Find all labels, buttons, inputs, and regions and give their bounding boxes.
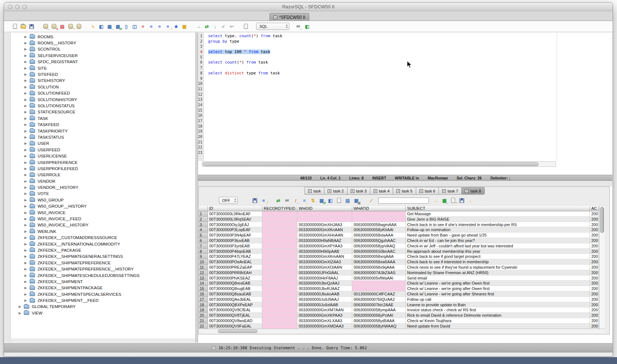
describe-results-icon[interactable]: ◧: [327, 197, 334, 204]
result-tab-task-6[interactable]: ×task 6: [416, 187, 439, 195]
disclosure-triangle-icon[interactable]: ▶: [24, 47, 27, 51]
editor-hscroll-thumb[interactable]: [203, 162, 539, 166]
insert-row-icon[interactable]: ≡→: [301, 197, 308, 204]
list-icon[interactable]: ≡: [139, 23, 147, 30]
reference-book-icon[interactable]: ◫: [131, 23, 138, 30]
tree-item-rooms[interactable]: ▶ROOMS: [11, 34, 195, 40]
column-header-ac[interactable]: AC: [590, 206, 599, 211]
tree-item-solutionhistory[interactable]: ▶SOLUTIONHISTORY: [11, 96, 195, 103]
tree-item-zkfedex__internationalcommodity[interactable]: ▶ZKFEDEX__INTERNATIONALCOMMODITY: [11, 241, 195, 247]
disclosure-triangle-icon[interactable]: ▶: [24, 211, 27, 214]
new-db-icon[interactable]: +: [67, 23, 74, 30]
disclosure-triangle-icon[interactable]: ▶: [24, 110, 27, 114]
tree-item-zkfedex__shipmategeneralsettings[interactable]: ▶ZKFEDEX__SHIPMATEGENERALSETTINGS: [11, 254, 195, 260]
disclosure-triangle-icon[interactable]: ▶: [24, 135, 27, 139]
tree-item-w50_group__history[interactable]: ▶W50_GROUP__HISTORY: [11, 203, 195, 209]
tree-item-zkfedex__shipment[interactable]: ▶ZKFEDEX__SHIPMENT: [11, 278, 195, 285]
tree-item-task[interactable]: ▶TASK: [11, 115, 195, 121]
tree-item-rooms__history[interactable]: ▶ROOMS__HISTORY: [11, 40, 195, 46]
close-result-tab-icon[interactable]: ×: [308, 189, 312, 193]
column-header-id[interactable]: ID: [208, 206, 262, 211]
commit-icon[interactable]: ✓: [220, 23, 227, 30]
disclosure-triangle-icon[interactable]: ▶: [24, 73, 27, 76]
table-row[interactable]: 200T3000000L0RqSEAVGive Jenn a BIG RAISE…: [199, 217, 605, 222]
disclosure-triangle-icon[interactable]: ▶: [24, 41, 27, 45]
table-row[interactable]: 1700T3000000QAeJbEAL0033000000Ju9J9AAJ00…: [199, 297, 605, 302]
tree-item-view[interactable]: ▶VIEW: [11, 310, 195, 316]
disclosure-triangle-icon[interactable]: ▶: [24, 204, 27, 208]
copy-results-icon[interactable]: ▤: [344, 197, 351, 204]
tree-item-w50_invoice__feed[interactable]: ▶W50_INVOICE__FEED: [11, 216, 195, 222]
tree-item-solutionstatus[interactable]: ▶SOLUTIONSTATUS: [11, 103, 195, 109]
column-header-recordtypeid[interactable]: RECORDTYPEID: [262, 206, 297, 211]
tree-item-w50_group[interactable]: ▶W50_GROUP: [11, 197, 195, 203]
tree-item-userpreference[interactable]: ▶USERPREFERENCE: [11, 159, 195, 165]
refresh-table-icon[interactable]: ▦⇄: [114, 23, 122, 30]
tree-item-vote[interactable]: ▶VOTE: [11, 191, 195, 197]
rollback-icon[interactable]: ↩: [228, 23, 236, 30]
tree-item-userlicense[interactable]: ▶USERLICENSE: [11, 153, 195, 159]
disclosure-triangle-icon[interactable]: ▶: [24, 299, 27, 302]
disclosure-triangle-icon[interactable]: ▶: [24, 286, 27, 290]
table-row[interactable]: 1600T3000000Q8sauEAB0033000000JbukoAAB00…: [199, 291, 605, 297]
disclosure-triangle-icon[interactable]: ▶: [24, 66, 27, 70]
notes-icon[interactable]: [242, 23, 250, 30]
disclosure-triangle-icon[interactable]: ▶: [24, 98, 27, 101]
column-header-whatid[interactable]: WHATID: [352, 206, 406, 211]
disclosure-triangle-icon[interactable]: ▶: [24, 167, 27, 170]
table-row[interactable]: 1500T3000000Q8rugEAB0033000000JbvRJAAZCh…: [199, 286, 605, 291]
disconnect-db-icon[interactable]: ×: [50, 23, 58, 30]
connect-db-icon[interactable]: →: [42, 23, 49, 30]
table-gold-icon[interactable]: ▦: [181, 23, 188, 30]
statement-type-select[interactable]: SQL ▲▼: [256, 23, 289, 30]
preview-66-icon[interactable]: 66→: [294, 23, 302, 30]
table-row[interactable]: 1200T3000000PRR8rEAH0033000000JFhGlAAL00…: [199, 270, 605, 276]
results-search-input[interactable]: [378, 198, 429, 204]
tree-item-weblink[interactable]: ▶WEBLINK: [11, 228, 195, 234]
result-tab-task-2[interactable]: ×task 2: [324, 187, 347, 195]
open-file-icon[interactable]: [20, 23, 27, 30]
disclosure-triangle-icon[interactable]: ▶: [24, 35, 27, 39]
disclosure-triangle-icon[interactable]: ▶: [24, 255, 27, 258]
tree-item-userrole[interactable]: ▶USERROLE: [11, 172, 195, 178]
disclosure-triangle-icon[interactable]: ▶: [24, 117, 27, 120]
tree-item-sitehistory[interactable]: ▶SITEHISTORY: [11, 78, 195, 84]
close-result-tab-icon[interactable]: ×: [442, 189, 446, 193]
result-tab-task-5[interactable]: ×task 5: [393, 187, 416, 195]
disclosure-triangle-icon[interactable]: ▶: [24, 85, 27, 89]
tree-item-sitefeed[interactable]: ▶SITEFEED: [11, 71, 195, 77]
tree-item-site[interactable]: ▶SITE: [11, 65, 195, 71]
result-tab-task[interactable]: ×task: [305, 187, 324, 195]
column-header-whoid[interactable]: WHOID: [297, 206, 352, 211]
export-list-icon[interactable]: ≡↓: [147, 23, 155, 30]
tree-item-global temporary[interactable]: ▶GLOBAL TEMPORARY: [11, 304, 195, 310]
tree-item-taskstatus[interactable]: ▶TASKSTATUS: [11, 134, 195, 140]
tree-item-solution[interactable]: ▶SOLUTION: [11, 84, 195, 90]
disclosure-triangle-icon[interactable]: ▶: [24, 91, 27, 95]
tree-item-zkfedex__shipmentpackage[interactable]: ▶ZKFEDEX__SHIPMENTPACKAGE: [11, 285, 195, 291]
tree-item-userfeed[interactable]: ▶USERFEED: [11, 147, 195, 153]
disclosure-triangle-icon[interactable]: ▶: [24, 54, 27, 57]
table-row[interactable]: 1300T3000000PfvKSEAZ0033000000HirF8AAJ00…: [199, 276, 605, 281]
tree-item-zkfedex__shipmatepreference[interactable]: ▶ZKFEDEX__SHIPMATEPREFERENCE: [11, 260, 195, 266]
tree-item-staticresource[interactable]: ▶STATICRESOURCE: [11, 109, 195, 115]
db-icon[interactable]: [75, 23, 83, 30]
table-row[interactable]: 600T3000000P3tuvEAB0033000000H9aNBAAZ006…: [199, 238, 605, 243]
close-result-tab-icon[interactable]: ×: [374, 189, 377, 193]
execute-icon[interactable]: →: [195, 23, 202, 30]
tree-item-solutionfeed[interactable]: ▶SOLUTIONFEED: [11, 90, 195, 96]
disclosure-triangle-icon[interactable]: ▶: [24, 154, 27, 158]
disclosure-triangle-icon[interactable]: ▶: [24, 60, 27, 64]
disclosure-triangle-icon[interactable]: ▶: [24, 267, 27, 271]
disclosure-triangle-icon[interactable]: ▶: [24, 123, 27, 126]
disclosure-triangle-icon[interactable]: ▶: [24, 179, 27, 183]
tree-item-zkfedex__shipmentspecialservices[interactable]: ▶ZKFEDEX__SHIPMENTSPECIALSERVICES: [11, 291, 195, 297]
tree-item-vendor[interactable]: ▶VENDOR: [11, 178, 195, 184]
grid-hscroll-thumb[interactable]: [218, 329, 258, 333]
result-tab-task-3[interactable]: ×task 3: [347, 187, 370, 195]
close-result-tab-icon[interactable]: ×: [351, 189, 354, 193]
disclosure-triangle-icon[interactable]: ▶: [24, 173, 27, 177]
tree-item-zkfedex__shipmatescheduledjobssettings[interactable]: ▶ZKFEDEX__SHIPMATESCHEDULEDJOBSSETTINGS: [11, 272, 195, 278]
close-result-tab-icon[interactable]: ×: [465, 189, 469, 193]
tree-item-selfserviceuser[interactable]: ▶SELFSERVICEUSER: [11, 52, 195, 58]
